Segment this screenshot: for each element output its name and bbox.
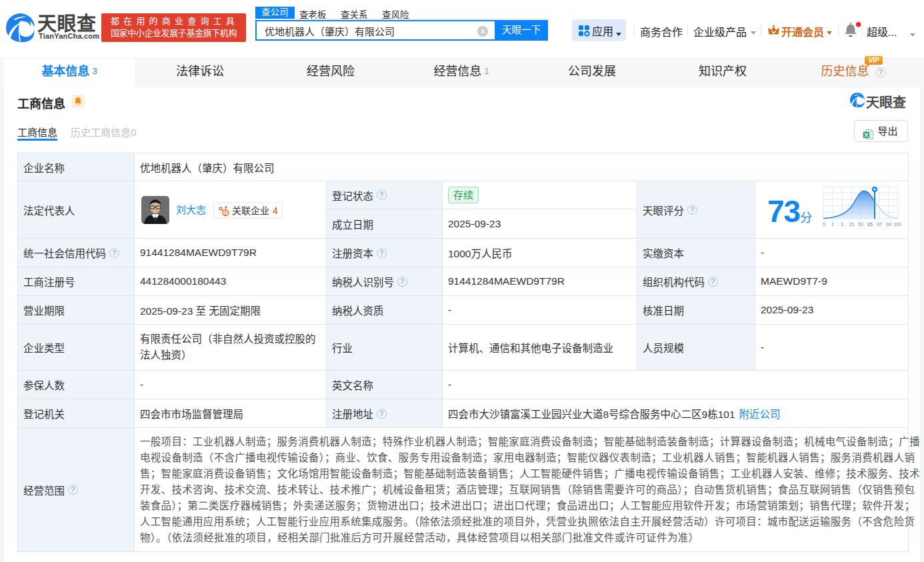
svg-text:15: 15 [849, 222, 854, 227]
svg-text:VIP: VIP [868, 57, 879, 64]
svg-text:1: 1 [831, 222, 834, 227]
svg-text:50: 50 [858, 222, 863, 227]
svg-text:97: 97 [877, 222, 882, 227]
svg-text:100: 100 [893, 222, 901, 227]
svg-text:99: 99 [886, 222, 891, 227]
svg-text:85: 85 [867, 222, 873, 227]
svg-text:企: 企 [223, 209, 229, 216]
svg-text:0: 0 [823, 222, 825, 227]
svg-text:3: 3 [841, 222, 843, 227]
